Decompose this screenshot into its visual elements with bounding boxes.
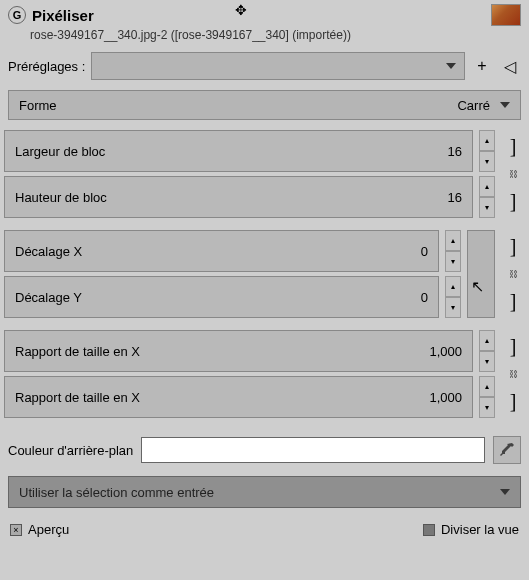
offset-link-column: ] ⛓ ] xyxy=(501,230,525,318)
shape-label: Forme xyxy=(19,98,57,113)
chain-link-icon[interactable]: ⛓ xyxy=(509,369,518,379)
block-width-spinner[interactable]: ▴▾ xyxy=(479,130,495,172)
eyedropper-icon xyxy=(499,442,515,458)
block-width-field[interactable]: Largeur de bloc16 xyxy=(4,130,473,172)
offset-y-field[interactable]: Décalage Y0 xyxy=(4,276,439,318)
block-link-column: ] ⛓ ] xyxy=(501,130,525,218)
footer-row: × Aperçu Diviser la vue xyxy=(0,514,529,545)
offset-group: Décalage X0 Décalage Y0 ▴▾ ▴▾ ↖ ] ⛓ ] xyxy=(4,230,525,318)
eyedropper-button[interactable] xyxy=(493,436,521,464)
offset-x-field[interactable]: Décalage X0 xyxy=(4,230,439,272)
dialog-header: G Pixéliser xyxy=(0,0,529,28)
bracket-top-icon: ] xyxy=(510,135,517,158)
bracket-bottom-icon: ] xyxy=(510,290,517,313)
block-height-field[interactable]: Hauteur de bloc16 xyxy=(4,176,473,218)
bgcolor-well[interactable] xyxy=(141,437,485,463)
app-icon: G xyxy=(8,6,26,24)
cursor-arrow-icon: ↖ xyxy=(471,277,484,296)
preset-options-button[interactable]: ◁ xyxy=(499,55,521,77)
split-view-checkbox[interactable] xyxy=(423,524,435,536)
dialog-subtitle: rose-3949167__340.jpg-2 ([rose-3949167__… xyxy=(0,28,529,48)
offset-unit-button[interactable]: ↖ xyxy=(467,230,495,318)
chain-link-icon[interactable]: ⛓ xyxy=(509,169,518,179)
ratio-group: Rapport de taille en X1,000 Rapport de t… xyxy=(4,330,525,418)
image-thumbnail xyxy=(491,4,521,26)
presets-row: Préréglages : + ◁ xyxy=(0,48,529,84)
ratio-x-field[interactable]: Rapport de taille en X1,000 xyxy=(4,330,473,372)
ratio-y-spinner[interactable]: ▴▾ xyxy=(479,376,495,418)
dialog-title: Pixéliser xyxy=(32,7,94,24)
preview-checkbox[interactable]: × xyxy=(10,524,22,536)
bracket-top-icon: ] xyxy=(510,235,517,258)
add-preset-button[interactable]: + xyxy=(471,55,493,77)
chevron-down-icon xyxy=(446,63,456,69)
input-source-dropdown[interactable]: Utiliser la sélection comme entrée xyxy=(8,476,521,508)
presets-label: Préréglages : xyxy=(8,59,85,74)
block-size-group: Largeur de bloc16 Hauteur de bloc16 ▴▾ ▴… xyxy=(4,130,525,218)
preview-label: Aperçu xyxy=(28,522,69,537)
ratio-x-spinner[interactable]: ▴▾ xyxy=(479,330,495,372)
split-view-label: Diviser la vue xyxy=(441,522,519,537)
chevron-down-icon xyxy=(500,489,510,495)
chain-link-icon[interactable]: ⛓ xyxy=(509,269,518,279)
presets-dropdown[interactable] xyxy=(91,52,465,80)
chevron-down-icon xyxy=(500,102,510,108)
shape-dropdown[interactable]: Forme Carré xyxy=(8,90,521,120)
input-source-label: Utiliser la sélection comme entrée xyxy=(19,485,214,500)
bracket-bottom-icon: ] xyxy=(510,190,517,213)
ratio-link-column: ] ⛓ ] xyxy=(501,330,525,418)
bracket-bottom-icon: ] xyxy=(510,390,517,413)
block-height-spinner[interactable]: ▴▾ xyxy=(479,176,495,218)
bgcolor-row: Couleur d'arrière-plan xyxy=(0,430,529,470)
ratio-y-field[interactable]: Rapport de taille en X1,000 xyxy=(4,376,473,418)
bracket-top-icon: ] xyxy=(510,335,517,358)
offset-x-spinner[interactable]: ▴▾ xyxy=(445,230,461,272)
shape-value: Carré xyxy=(457,98,490,113)
offset-y-spinner[interactable]: ▴▾ xyxy=(445,276,461,318)
bgcolor-label: Couleur d'arrière-plan xyxy=(8,443,133,458)
